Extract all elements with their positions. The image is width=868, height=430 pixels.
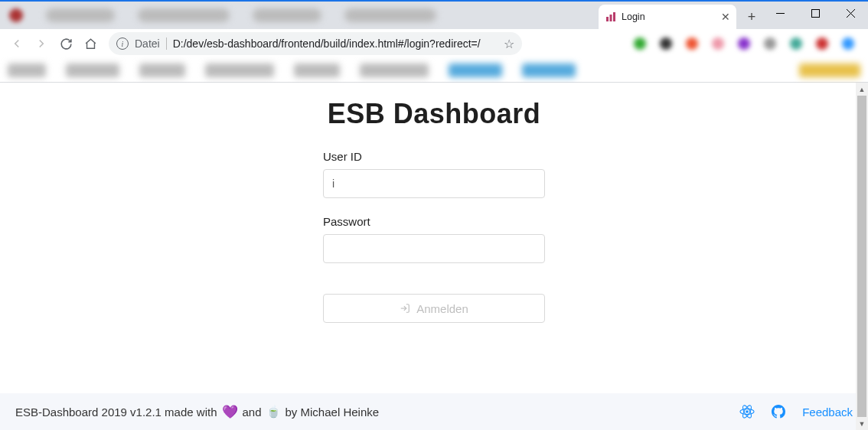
- inactive-tabs-blur: [0, 2, 599, 29]
- user-id-label: User ID: [323, 150, 545, 163]
- scroll-thumb[interactable]: [857, 96, 866, 417]
- coffee-icon: 🍵: [266, 405, 281, 419]
- window-minimize-button[interactable]: [762, 2, 798, 24]
- tab-title: Login: [622, 11, 716, 22]
- info-icon: i: [116, 37, 129, 50]
- window-close-button[interactable]: [833, 2, 868, 24]
- svg-rect-4: [811, 9, 819, 17]
- footer-text-c: by Michael Heinke: [286, 406, 380, 419]
- active-tab[interactable]: Login ✕: [599, 5, 736, 29]
- scroll-up-icon[interactable]: ▲: [856, 83, 868, 96]
- login-button-label: Anmelden: [416, 302, 468, 315]
- url-scheme: Datei: [135, 37, 167, 50]
- bookmarks-bar: [0, 58, 868, 83]
- new-tab-button[interactable]: +: [741, 6, 762, 28]
- svg-point-8: [746, 410, 749, 413]
- heart-icon: 💜: [222, 404, 238, 420]
- react-icon[interactable]: [739, 404, 755, 419]
- github-icon[interactable]: [772, 405, 785, 419]
- back-button[interactable]: [6, 33, 28, 54]
- footer-text-a: ESB-Dashboard 2019 v1.2.1 made with: [15, 406, 217, 419]
- footer-text-b: and: [243, 406, 262, 419]
- reload-button[interactable]: [55, 33, 77, 54]
- window-maximize-button[interactable]: [798, 2, 833, 24]
- url-text: D:/dev/esb-dashboard/frontend/build/inde…: [173, 37, 498, 50]
- svg-rect-0: [606, 17, 609, 21]
- login-icon: [400, 303, 410, 314]
- password-input[interactable]: [323, 234, 545, 263]
- svg-rect-1: [610, 15, 612, 21]
- address-bar[interactable]: i Datei D:/dev/esb-dashboard/frontend/bu…: [109, 32, 522, 55]
- close-tab-icon[interactable]: ✕: [721, 11, 730, 22]
- browser-titlebar: Login ✕ +: [0, 2, 868, 29]
- extension-icons-blur: [525, 37, 862, 50]
- feedback-link[interactable]: Feedback: [802, 406, 853, 419]
- page-title: ESB Dashboard: [328, 98, 541, 130]
- home-button[interactable]: [80, 33, 101, 54]
- vertical-scrollbar[interactable]: ▲ ▼: [856, 83, 868, 430]
- login-page: ESB Dashboard User ID Passwort Anmelden: [0, 83, 868, 393]
- page-footer: ESB-Dashboard 2019 v1.2.1 made with 💜 an…: [0, 393, 868, 430]
- user-id-input[interactable]: [323, 169, 545, 198]
- bookmark-star-icon[interactable]: ☆: [504, 37, 514, 51]
- password-label: Passwort: [323, 215, 545, 228]
- svg-rect-2: [613, 12, 615, 21]
- bar-chart-icon: [605, 11, 617, 23]
- login-form: User ID Passwort Anmelden: [323, 150, 545, 323]
- forward-button[interactable]: [31, 33, 52, 54]
- login-button[interactable]: Anmelden: [323, 294, 545, 323]
- browser-toolbar: i Datei D:/dev/esb-dashboard/frontend/bu…: [0, 29, 868, 58]
- scroll-down-icon[interactable]: ▼: [856, 417, 868, 430]
